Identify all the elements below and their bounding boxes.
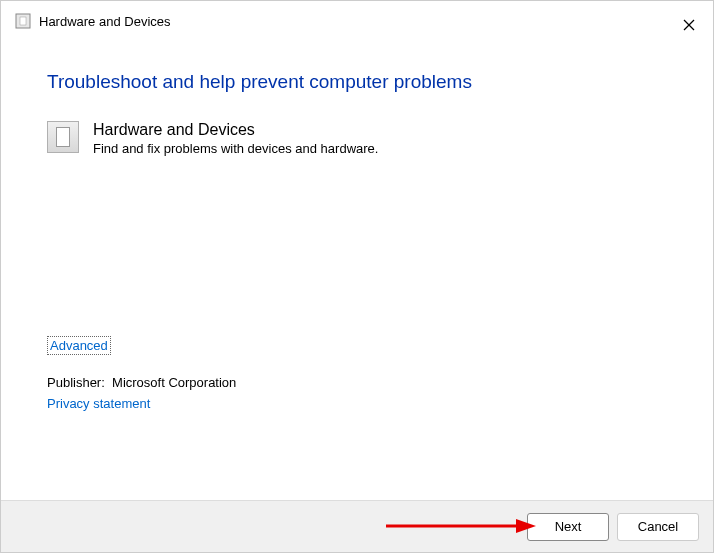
content-area: Troubleshoot and help prevent computer p… (1, 41, 713, 421)
next-button[interactable]: Next (527, 513, 609, 541)
troubleshooter-description: Find and fix problems with devices and h… (93, 141, 378, 156)
titlebar: Hardware and Devices (1, 1, 713, 41)
advanced-link[interactable]: Advanced (47, 336, 111, 355)
svg-rect-1 (20, 17, 26, 25)
publisher-label: Publisher: (47, 375, 105, 390)
troubleshooter-title: Hardware and Devices (93, 121, 378, 139)
cancel-button[interactable]: Cancel (617, 513, 699, 541)
page-heading: Troubleshoot and help prevent computer p… (47, 71, 667, 93)
button-bar: Next Cancel (1, 500, 713, 552)
close-button[interactable] (673, 9, 705, 41)
privacy-statement-link[interactable]: Privacy statement (47, 396, 150, 411)
publisher-value: Microsoft Corporation (112, 375, 236, 390)
hardware-devices-icon (47, 121, 79, 153)
window-title: Hardware and Devices (39, 14, 171, 29)
next-button-label: Next (555, 519, 582, 534)
close-icon (683, 19, 695, 31)
publisher-row: Publisher: Microsoft Corporation (47, 375, 667, 390)
troubleshooter-window-icon (15, 13, 31, 29)
titlebar-left: Hardware and Devices (15, 13, 171, 29)
troubleshooter-text: Hardware and Devices Find and fix proble… (93, 121, 378, 156)
troubleshooter-item: Hardware and Devices Find and fix proble… (47, 121, 667, 156)
